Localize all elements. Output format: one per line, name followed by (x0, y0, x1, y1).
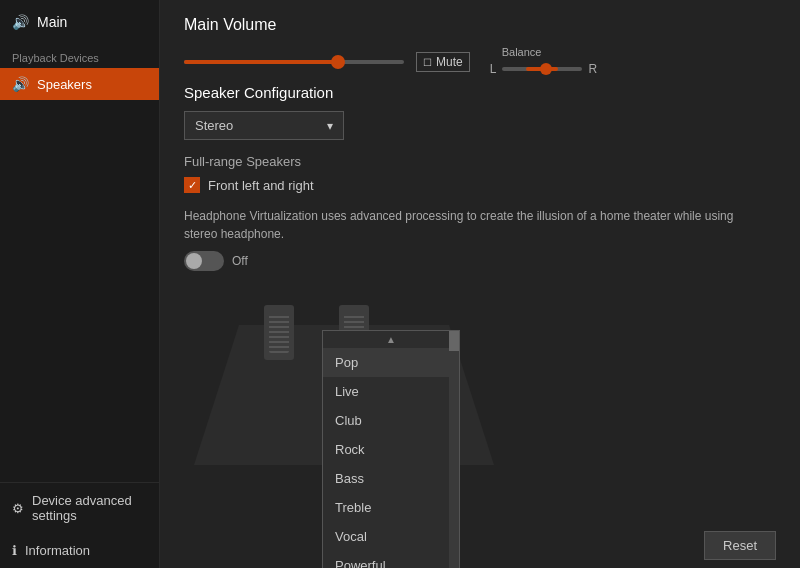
eq-item-bass[interactable]: Bass (323, 464, 459, 493)
balance-title: Balance (502, 46, 597, 58)
sidebar-title: Main (37, 14, 67, 30)
chevron-down-icon: ▾ (327, 119, 333, 133)
eq-item-treble[interactable]: Treble (323, 493, 459, 522)
front-left-right-label: Front left and right (208, 178, 314, 193)
balance-row: L R (490, 62, 597, 76)
mute-label: Mute (436, 55, 463, 69)
balance-slider-track[interactable] (502, 67, 582, 71)
speakers-label: Speakers (37, 77, 92, 92)
speaker-config-selected: Stereo (195, 118, 233, 133)
sidebar-item-information[interactable]: ℹ Information (0, 533, 159, 568)
volume-slider-track[interactable] (184, 60, 404, 64)
eq-item-live[interactable]: Live (323, 377, 459, 406)
gear-icon: ⚙ (12, 501, 24, 516)
full-range-checkbox-row: ✓ Front left and right (184, 177, 776, 193)
information-label: Information (25, 543, 90, 558)
reset-button[interactable]: Reset (704, 531, 776, 560)
sidebar-item-speakers[interactable]: 🔊 Speakers (0, 68, 159, 100)
volume-slider-fill (184, 60, 338, 64)
eq-item-pop[interactable]: Pop (323, 348, 459, 377)
virtualization-toggle[interactable] (184, 251, 224, 271)
front-left-right-checkbox[interactable]: ✓ (184, 177, 200, 193)
eq-item-powerful[interactable]: Powerful (323, 551, 459, 568)
toggle-knob (186, 253, 202, 269)
virtualization-state-label: Off (232, 254, 248, 268)
virtualization-toggle-row: Off (184, 251, 776, 271)
sidebar-bottom: ⚙ Device advanced settings ℹ Information (0, 482, 159, 568)
eq-dropdown-scrollbar[interactable] (449, 331, 459, 568)
eq-scroll-up[interactable]: ▲ (323, 331, 459, 348)
device-advanced-label: Device advanced settings (32, 493, 147, 523)
eq-scrollbar-thumb (449, 331, 459, 351)
balance-slider-thumb[interactable] (540, 63, 552, 75)
playback-section-label: Playback Devices (0, 44, 159, 68)
sidebar-header: 🔊 Main (0, 0, 159, 44)
volume-slider-thumb[interactable] (331, 55, 345, 69)
main-icon: 🔊 (12, 14, 29, 30)
volume-row: ☐ Mute (184, 52, 470, 72)
main-volume-title: Main Volume (184, 16, 776, 34)
speaker-config-title: Speaker Configuration (184, 84, 776, 101)
eq-item-rock[interactable]: Rock (323, 435, 459, 464)
balance-right-label: R (588, 62, 597, 76)
speaker-left-grill (269, 313, 289, 353)
balance-left-label: L (490, 62, 497, 76)
mute-checkbox[interactable]: ☐ (423, 57, 432, 68)
sidebar-item-device-advanced[interactable]: ⚙ Device advanced settings (0, 483, 159, 533)
sidebar: 🔊 Main Playback Devices 🔊 Speakers ⚙ Dev… (0, 0, 160, 568)
eq-item-vocal[interactable]: Vocal (323, 522, 459, 551)
main-panel: Main Volume ☐ Mute Balance L (160, 0, 800, 568)
virtualization-text: Headphone Virtualization uses advanced p… (184, 207, 744, 243)
equalizer-dropdown-menu: ▲ Pop Live Club Rock Bass Treble Vocal P… (322, 330, 460, 568)
full-range-label: Full-range Speakers (184, 154, 776, 169)
speakers-icon: 🔊 (12, 76, 29, 92)
speaker-left (264, 305, 294, 360)
mute-box[interactable]: ☐ Mute (416, 52, 470, 72)
speaker-config-dropdown[interactable]: Stereo ▾ (184, 111, 344, 140)
info-icon: ℹ (12, 543, 17, 558)
eq-item-club[interactable]: Club (323, 406, 459, 435)
